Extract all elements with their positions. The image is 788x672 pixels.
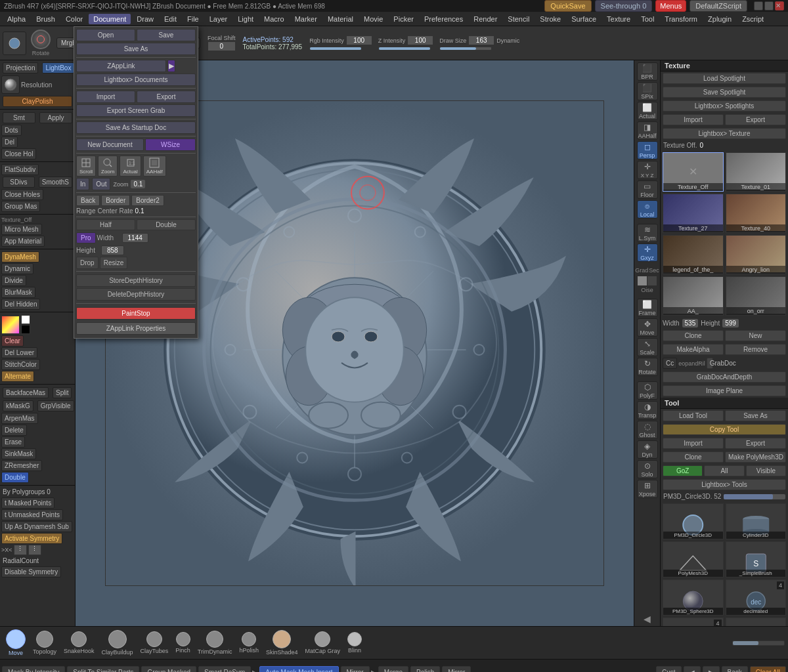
- brush-topology[interactable]: Topology: [30, 629, 59, 656]
- z-intensity-value[interactable]: 100: [407, 35, 433, 45]
- sym-ctrl[interactable]: ⋮: [14, 545, 27, 555]
- projection-button[interactable]: Projection: [3, 62, 38, 74]
- transp-button[interactable]: ◑ Transp: [637, 401, 658, 419]
- group-masked-button[interactable]: Group Masked: [141, 666, 196, 672]
- lightbox-tools-button[interactable]: Lightbox> Tools: [663, 479, 786, 490]
- smart-resym-button[interactable]: Smart ReSym: [198, 666, 251, 672]
- alternate-button[interactable]: Alternate: [1, 371, 34, 382]
- floor-button[interactable]: ▭ Floor: [637, 180, 658, 199]
- quicksave-button[interactable]: QuickSave: [544, 0, 591, 12]
- persp-button[interactable]: ◻ Persp: [637, 141, 658, 159]
- default-zscript-button[interactable]: DefaultZScript: [690, 0, 747, 12]
- menu-tool[interactable]: Tool: [636, 14, 659, 24]
- export-tool-button[interactable]: Export: [725, 438, 786, 449]
- flatsubdiv-button[interactable]: FlatSubdiv: [1, 164, 39, 175]
- back-bottom-button[interactable]: Back: [722, 666, 748, 672]
- visible-button[interactable]: Visible: [746, 465, 786, 476]
- tool-thumb-polymesh[interactable]: PolyMesh3D: [663, 541, 724, 578]
- clear-button[interactable]: Clear: [1, 335, 24, 346]
- load-tool-button[interactable]: Load Tool: [663, 410, 724, 421]
- texture-thumb-6[interactable]: AA_: [663, 276, 724, 316]
- back-button[interactable]: Back: [76, 195, 100, 206]
- color-picker[interactable]: [1, 316, 20, 334]
- menu-color[interactable]: Color: [61, 14, 87, 24]
- grad-swatch2[interactable]: [647, 276, 657, 285]
- grad-label[interactable]: Grad: [635, 267, 648, 274]
- texture-thumb-1[interactable]: Texture_01: [726, 152, 787, 192]
- arrow-right-button[interactable]: ▶: [703, 666, 720, 672]
- menu-texture[interactable]: Texture: [602, 14, 635, 24]
- store-depth-button[interactable]: StoreDepthHistory: [76, 274, 196, 287]
- brush-claybuildup[interactable]: ClayBuildup: [99, 629, 136, 657]
- tool-thumb-cylinder[interactable]: Cylinder3D: [726, 503, 787, 539]
- brush-claytubes[interactable]: ClayTubes: [138, 630, 171, 656]
- tool-icon-1[interactable]: [3, 32, 26, 55]
- width-value[interactable]: 1144: [122, 233, 148, 243]
- double-btn[interactable]: Double: [137, 219, 196, 230]
- zapplink-props-button[interactable]: ZAppLink Properties: [76, 322, 196, 335]
- half-button[interactable]: Half: [76, 219, 135, 230]
- border2-button[interactable]: Border2: [131, 195, 164, 206]
- erase-button[interactable]: Erase: [1, 436, 25, 448]
- aahalf-button[interactable]: AAHalf: [143, 156, 166, 177]
- arrow-left-button[interactable]: ◀: [684, 666, 701, 672]
- texture-thumb-2[interactable]: Texture_27: [663, 194, 724, 233]
- unmasked-points-button[interactable]: t Unmasked Points: [1, 509, 63, 520]
- out-button[interactable]: Out: [92, 178, 110, 190]
- menu-light[interactable]: Light: [233, 14, 258, 24]
- pro-button[interactable]: Pro: [76, 232, 96, 243]
- mirror2-button[interactable]: Mirror: [442, 666, 471, 672]
- split-similar-button[interactable]: Split To Similar Parts: [67, 666, 139, 672]
- claypolish-button[interactable]: ClayPolish: [3, 96, 72, 107]
- texture-thumb-4[interactable]: legend_of_the_: [663, 235, 724, 274]
- remove-tex-button[interactable]: Remove: [725, 344, 786, 355]
- window-icon-2[interactable]: [764, 1, 774, 10]
- dynamesh-button[interactable]: DynaMesh: [1, 251, 39, 262]
- activate-sym-button[interactable]: Activate Symmetry: [1, 533, 62, 544]
- menu-stroke[interactable]: Stroke: [535, 14, 565, 24]
- paint-stop-button[interactable]: PaintStop: [76, 307, 196, 320]
- micro-mesh-button[interactable]: Micro Mesh: [1, 224, 42, 235]
- rgb-intensity-slider[interactable]: [309, 47, 362, 51]
- window-icon-1[interactable]: [754, 1, 763, 10]
- rotate-circle[interactable]: [31, 30, 51, 49]
- tool-thumb-decimated1[interactable]: 4 dec1 decimated1: [663, 618, 724, 626]
- z-intensity-slider[interactable]: [378, 47, 431, 51]
- menu-surface[interactable]: Surface: [567, 14, 601, 24]
- gxyz-button[interactable]: ✛ Gxyz: [637, 243, 658, 262]
- dynamic-vert-button[interactable]: ◈ Dyn: [637, 440, 658, 459]
- all-button[interactable]: All: [704, 465, 744, 476]
- lightbox-docs-button[interactable]: Lightbox> Documents: [76, 74, 196, 86]
- brush-matcap[interactable]: MatCap Gray: [303, 630, 343, 656]
- export-tex-button[interactable]: Export: [725, 114, 786, 125]
- export-screen-grab-button[interactable]: Export Screen Grab: [76, 104, 196, 117]
- frame-button[interactable]: ⬜ Frame: [637, 299, 658, 317]
- menu-transform[interactable]: Transform: [660, 14, 702, 24]
- clone-tool-button[interactable]: Clone: [663, 452, 724, 463]
- brush-snakehook[interactable]: SnakeHook: [61, 630, 97, 656]
- apply-button[interactable]: Apply: [39, 112, 72, 123]
- menu-layer[interactable]: Layer: [205, 14, 232, 24]
- save-as-button[interactable]: Save As: [76, 43, 196, 55]
- actual-button[interactable]: 1:1 Actual: [120, 156, 141, 177]
- draw-size-slider[interactable]: [439, 47, 492, 51]
- new-tex-button[interactable]: New: [725, 330, 786, 341]
- make-alpha-button[interactable]: MakeAlpha: [663, 344, 724, 355]
- menu-zplugin[interactable]: Zplugin: [703, 14, 736, 24]
- xpose-button[interactable]: ⊞ Xpose: [637, 480, 658, 498]
- save-as-tool-button[interactable]: Save As: [725, 410, 786, 421]
- bg-color[interactable]: [21, 325, 30, 334]
- close-icon[interactable]: ✕: [775, 1, 784, 10]
- del-lower-button[interactable]: Del Lower: [1, 347, 37, 358]
- save-button[interactable]: Save: [137, 29, 196, 41]
- import-tool-button[interactable]: Import: [663, 438, 724, 449]
- disable-sym-button[interactable]: Disable Symmetry: [1, 566, 61, 578]
- zoom-button[interactable]: Zoom: [98, 156, 118, 177]
- new-document-button[interactable]: New Document: [76, 138, 144, 151]
- texture-thumb-3[interactable]: Texture_40: [726, 194, 787, 233]
- menu-marker[interactable]: Marker: [290, 14, 322, 24]
- pm3d-slider[interactable]: [724, 494, 785, 499]
- menu-document[interactable]: Document: [89, 14, 131, 24]
- polish-button[interactable]: Polish: [410, 666, 440, 672]
- arpenmas-button[interactable]: ArpenMas: [1, 413, 38, 424]
